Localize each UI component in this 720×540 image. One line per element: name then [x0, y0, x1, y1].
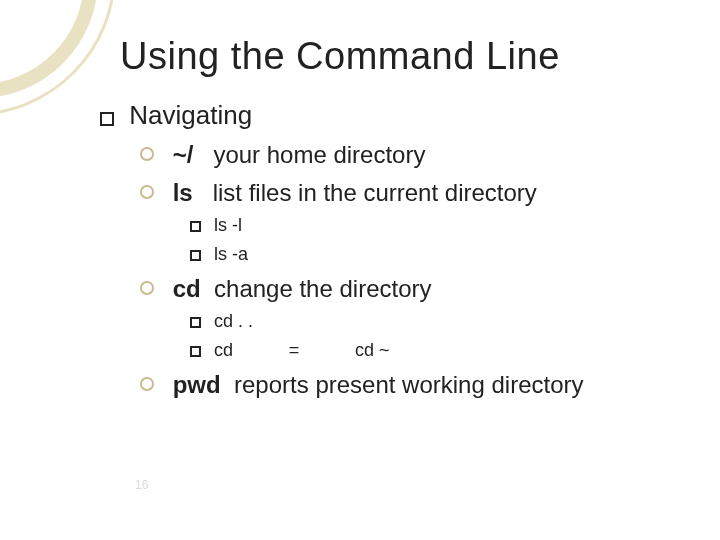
desc-home: your home directory [213, 141, 425, 168]
desc-pwd: reports present working directory [234, 371, 583, 398]
cmd-ls: ls [173, 179, 193, 206]
bullet-ring-icon [140, 377, 154, 391]
opt-cd-dotdot-text: cd . . [214, 311, 253, 331]
bullet-ring-icon [140, 147, 154, 161]
item-cd: cd change the directory [140, 275, 670, 303]
opt-cd-right: cd ~ [355, 340, 390, 360]
opt-ls-l: ls -l [190, 215, 670, 236]
opt-ls-a-text: ls -a [214, 244, 248, 264]
cmd-home: ~/ [173, 141, 194, 168]
desc-ls: list files in the current directory [213, 179, 537, 206]
section-heading: Navigating [100, 100, 670, 131]
section-navigating: Navigating ~/ your home directory ls lis… [100, 100, 670, 399]
opt-cd-dotdot: cd . . [190, 311, 670, 332]
slide-body: Using the Command Line Navigating ~/ you… [0, 0, 720, 540]
bullet-ring-icon [140, 281, 154, 295]
section-heading-text: Navigating [129, 100, 252, 130]
opt-ls-a: ls -a [190, 244, 670, 265]
cmd-pwd: pwd [173, 371, 221, 398]
opt-cd-left: cd [214, 340, 233, 360]
opt-cd-equiv: cd = cd ~ [190, 340, 670, 361]
bullet-ring-icon [140, 185, 154, 199]
cmd-cd: cd [173, 275, 201, 302]
page-number: 16 [135, 478, 148, 492]
opt-ls-l-text: ls -l [214, 215, 242, 235]
item-pwd: pwd reports present working directory [140, 371, 670, 399]
desc-cd: change the directory [214, 275, 431, 302]
opt-cd-eq: = [279, 340, 309, 361]
item-ls: ls list files in the current directory [140, 179, 670, 207]
slide-title: Using the Command Line [120, 35, 670, 78]
item-home: ~/ your home directory [140, 141, 670, 169]
